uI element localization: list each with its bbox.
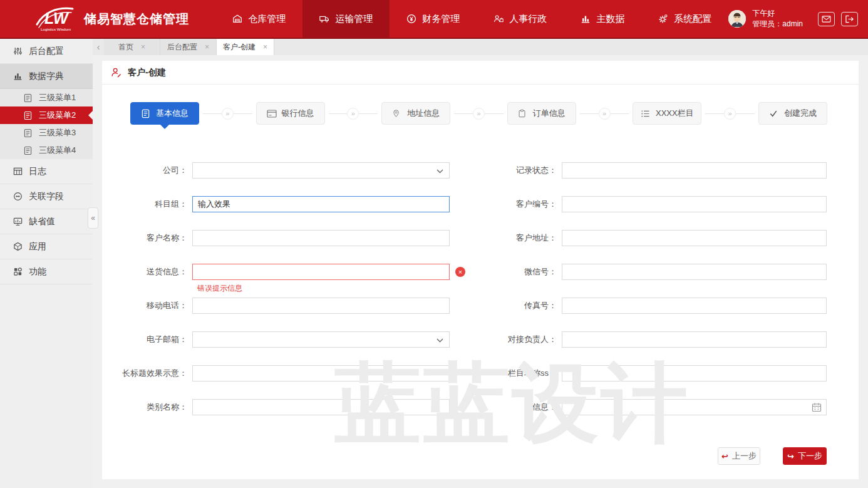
- field-label: 科目组：: [118, 196, 192, 212]
- logout-button[interactable]: [841, 12, 858, 26]
- delivery-info-input[interactable]: [192, 264, 450, 280]
- fax-input[interactable]: [562, 298, 827, 314]
- tab-home[interactable]: 首页 ×: [104, 39, 160, 55]
- mail-button[interactable]: [818, 12, 835, 26]
- form-row: 类别名称：: [118, 399, 450, 415]
- step-connector: »: [450, 102, 507, 125]
- header-right: 下午好 管理员：admin: [728, 0, 868, 38]
- field-label: 客户名称：: [118, 230, 192, 246]
- sidebar-item-submenu-1[interactable]: 三级菜单1: [0, 89, 93, 106]
- field-label: 客户编号：: [488, 196, 562, 212]
- form-right-column: 记录状态： 客户编号： 客户地址： 微信号： 传真号： 对接负责人： 栏目名称s…: [488, 162, 827, 433]
- sidebar-item-label: 功能: [29, 266, 46, 278]
- finance-coin-icon: [406, 14, 416, 24]
- form-row: 微信号：: [488, 264, 827, 280]
- error-message: 错误提示信息: [197, 283, 242, 294]
- field-label: 对接负责人：: [488, 331, 562, 348]
- prev-step-label: 上一步: [732, 450, 757, 462]
- app-header: LW Logistics Wisdom 储易智慧仓储管理 仓库管理 运输管理 财…: [0, 0, 868, 39]
- sidebar-item-label: 缺省值: [29, 216, 55, 227]
- info-date-input[interactable]: [562, 399, 827, 415]
- step-label: 订单信息: [533, 108, 566, 119]
- form-row: 客户地址：: [488, 230, 827, 246]
- app-title: 储易智慧仓储管理: [84, 11, 189, 28]
- field-label: 长标题效果示意：: [118, 365, 192, 382]
- tab-label: 首页: [118, 42, 133, 53]
- sidebar-item-default-values[interactable]: 缺省值: [0, 209, 93, 234]
- nav-item-system-config[interactable]: 系统配置: [641, 0, 728, 38]
- subject-group-input[interactable]: [192, 196, 450, 212]
- prev-step-button[interactable]: ↩ 上一步: [718, 447, 760, 465]
- nav-item-label: 财务管理: [422, 13, 460, 25]
- avatar[interactable]: [728, 10, 746, 28]
- tab-customer-create[interactable]: 客户-创建 ×: [217, 39, 274, 55]
- step-label: XXXX栏目: [656, 108, 694, 119]
- email-select[interactable]: [192, 331, 450, 348]
- step-address-info[interactable]: 地址信息: [381, 102, 450, 125]
- mobile-phone-input[interactable]: [192, 298, 450, 314]
- double-chevron-icon: »: [222, 108, 234, 120]
- sidebar-item-submenu-2[interactable]: 三级菜单2: [0, 106, 93, 124]
- sidebar-item-submenu-3[interactable]: 三级菜单3: [0, 124, 93, 142]
- monitor-icon: [13, 217, 23, 227]
- bank-card-icon: [267, 108, 277, 118]
- warehouse-icon: [232, 14, 242, 24]
- contact-person-input[interactable]: [562, 331, 827, 348]
- error-icon: ×: [455, 267, 465, 277]
- nav-item-finance[interactable]: 财务管理: [390, 0, 477, 38]
- nav-item-transport[interactable]: 运输管理: [302, 0, 390, 38]
- step-xxxx-column[interactable]: XXXX栏目: [633, 102, 701, 125]
- next-step-label: 下一步: [798, 450, 822, 462]
- step-basic-info[interactable]: 基本信息: [130, 102, 199, 125]
- company-select[interactable]: [192, 162, 450, 179]
- step-bank-info[interactable]: 银行信息: [256, 102, 325, 125]
- sidebar-item-submenu-4[interactable]: 三级菜单4: [0, 142, 93, 159]
- sidebar-item-logs[interactable]: 日志: [0, 159, 93, 184]
- step-create-complete[interactable]: 创建完成: [758, 102, 827, 125]
- document-icon: [23, 128, 33, 138]
- customer-address-input[interactable]: [562, 230, 827, 246]
- customer-number-input[interactable]: [562, 196, 827, 212]
- sidebar-item-functions[interactable]: 功能: [0, 259, 93, 284]
- wechat-input[interactable]: [562, 264, 827, 280]
- calendar-icon[interactable]: [812, 402, 822, 412]
- clipboard-icon: [518, 108, 528, 118]
- sidebar-item-label: 三级菜单2: [39, 110, 76, 121]
- long-title-input[interactable]: [192, 365, 450, 382]
- nav-item-label: 运输管理: [335, 13, 373, 25]
- tab-label: 客户-创建: [223, 42, 256, 53]
- step-connector: »: [325, 102, 382, 125]
- sidebar-item-applications[interactable]: 应用: [0, 234, 93, 259]
- category-name-input[interactable]: [192, 399, 450, 415]
- column-name-input[interactable]: [562, 365, 827, 382]
- double-chevron-icon: »: [724, 108, 736, 120]
- sidebar-item-linked-fields[interactable]: 关联字段: [0, 184, 93, 209]
- greeting: 下午好: [752, 8, 803, 19]
- logo-subtext: Logistics Wisdom: [41, 27, 71, 31]
- document-icon: [141, 108, 151, 118]
- link-icon: [13, 192, 23, 202]
- tab-backend-config[interactable]: 后台配置 ×: [160, 39, 217, 55]
- document-icon: [23, 93, 33, 103]
- list-icon: [641, 108, 651, 118]
- nav-item-master-data[interactable]: 主数据: [564, 0, 641, 38]
- record-status-input[interactable]: [562, 162, 827, 179]
- page-title-row: 客户-创建: [102, 61, 859, 85]
- form-row: 移动电话：: [118, 298, 450, 314]
- close-icon[interactable]: ×: [141, 43, 145, 51]
- close-icon[interactable]: ×: [205, 43, 209, 51]
- close-icon[interactable]: ×: [263, 43, 267, 51]
- tabs-back-icon[interactable]: ‹: [93, 39, 104, 55]
- sidebar-collapse-icon[interactable]: «: [88, 207, 98, 229]
- nav-item-warehouse[interactable]: 仓库管理: [215, 0, 302, 38]
- next-step-button[interactable]: ↪ 下一步: [783, 447, 827, 465]
- sidebar-item-backend-config[interactable]: 后台配置: [0, 39, 93, 64]
- nav-item-hr[interactable]: 人事行政: [477, 0, 564, 38]
- sidebar: 后台配置 数据字典 三级菜单1 三级菜单2 三级菜单3 三级菜单4 日志: [0, 39, 93, 488]
- double-chevron-icon: »: [347, 108, 359, 120]
- customer-name-input[interactable]: [192, 230, 450, 246]
- step-order-info[interactable]: 订单信息: [507, 102, 576, 125]
- field-label: 移动电话：: [118, 298, 192, 314]
- sidebar-item-data-dictionary[interactable]: 数据字典: [0, 64, 93, 89]
- page-title: 客户-创建: [128, 67, 166, 78]
